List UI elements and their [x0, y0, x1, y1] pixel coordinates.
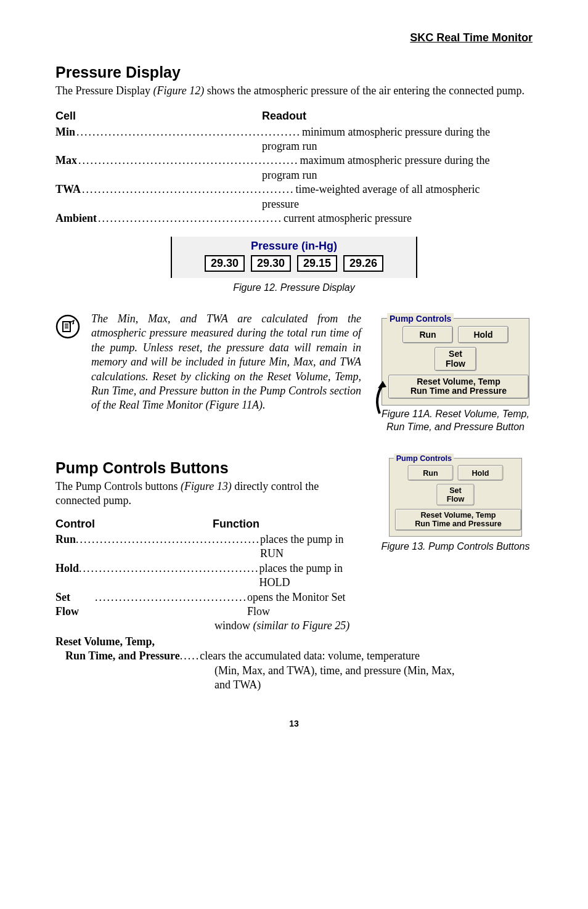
pump-controls-box-fig11a: Pump Controls Run Hold SetFlow Reset Vol… [382, 318, 529, 406]
run-button[interactable]: Run [402, 326, 453, 343]
ambient-label: Ambient [55, 211, 97, 226]
min-cont: program run [55, 139, 533, 153]
hold-ctl-label: Hold [55, 561, 79, 576]
fig11a-caption: Figure 11A. Reset Volume, Temp, Run Time… [378, 408, 533, 434]
header-readout: Readout [262, 109, 306, 123]
fig13-caption: Figure 13. Pump Controls Buttons [381, 540, 529, 553]
setflow-ctl-desc: opens the Monitor Set Flow [247, 590, 366, 619]
page-header: SKC Real Time Monitor [55, 31, 533, 45]
pressure-cell-twa: 29.15 [297, 255, 337, 272]
dots: ........................................… [75, 125, 302, 139]
dots: ........................................… [81, 182, 296, 197]
pressure-fig-title: Pressure (in-Hg) [178, 239, 410, 253]
run-ctl-label: Run [55, 532, 76, 547]
hold-button-2[interactable]: Hold [458, 465, 504, 481]
pressure-def-list: Min.....................................… [55, 125, 533, 226]
svg-point-0 [57, 316, 79, 338]
max-label: Max [55, 153, 77, 168]
run-button-2[interactable]: Run [408, 465, 454, 481]
intro-text-a: The Pressure Display [55, 84, 153, 97]
cell-readout-header: Cell Readout [55, 109, 533, 123]
note-icon [55, 314, 80, 339]
setflow2-l2: Flow [447, 494, 465, 503]
pointer-arrow-icon [370, 380, 401, 417]
set-flow-button[interactable]: SetFlow [435, 347, 476, 371]
hold-button[interactable]: Hold [458, 326, 508, 343]
reset-desc: clears the accumulated data: volume, tem… [200, 649, 420, 663]
s2-intro-figref: (Figure 13) [181, 480, 232, 492]
setflow-cont-b: (similar to Figure 25) [253, 619, 350, 632]
set-flow-button-2[interactable]: SetFlow [436, 484, 474, 506]
reset-dots: ..... [180, 649, 200, 663]
pressure-cell-max: 29.30 [251, 255, 291, 272]
twa-desc: time-weighted average of all atmospheric [296, 182, 533, 197]
reset2-l1: Reset Volume, Temp [420, 511, 496, 520]
pressure-figure: Pressure (in-Hg) 29.30 29.30 29.15 29.26 [171, 237, 417, 278]
setflow-cont: window (similar to Figure 25) [55, 619, 366, 633]
pressure-cell-min: 29.30 [205, 255, 245, 272]
pressure-cell-ambient: 29.26 [343, 255, 383, 272]
ambient-desc: current atmospheric pressure [284, 211, 533, 226]
pump-controls-intro: The Pump Controls buttons (Figure 13) di… [55, 479, 366, 508]
s2-intro-a: The Pump Controls buttons [55, 480, 181, 492]
reset-cont1: (Min, Max, and TWA), time, and pressure … [55, 664, 533, 678]
pump-legend: Pump Controls [387, 313, 454, 324]
setflow2-l1: Set [449, 486, 462, 494]
min-desc: minimum atmospheric pressure during the [302, 125, 533, 139]
dots: ...................................... [95, 590, 247, 605]
reset-cont2: and TWA) [55, 678, 533, 692]
svg-marker-5 [378, 381, 386, 388]
reset2-l2: Run Time and Pressure [415, 520, 502, 528]
hold-ctl-desc: places the pump in HOLD [259, 561, 366, 590]
twa-cont: pressure [55, 197, 533, 211]
control-function-header: Control Function [55, 517, 366, 531]
reset-l2: Run Time and Pressure [410, 386, 507, 396]
reset-button[interactable]: Reset Volume, TempRun Time and Pressure [388, 375, 529, 399]
dots: ........................................… [97, 211, 284, 226]
pressure-display-title: Pressure Display [55, 62, 533, 83]
setflow-l1: Set [449, 349, 462, 359]
twa-label: TWA [55, 182, 81, 197]
pump-controls-box-fig13: Pump Controls Run Hold SetFlow Reset Vol… [389, 458, 522, 537]
reset-volume-head: Reset Volume, Temp, [55, 635, 533, 649]
run-ctl-desc: places the pump in RUN [260, 532, 366, 561]
intro-text-c: shows the atmospheric pressure of the ai… [204, 84, 525, 97]
pump-controls-title: Pump Controls Buttons [55, 458, 366, 478]
header-cell: Cell [55, 109, 262, 123]
page-number: 13 [55, 718, 533, 729]
pump-legend-2: Pump Controls [394, 454, 454, 463]
note-text: The Min, Max, and TWA are calculated fro… [91, 312, 367, 413]
dots: ........................................… [76, 532, 260, 547]
dots: ........................................… [77, 153, 300, 168]
setflow-cont-a: window [214, 619, 253, 632]
max-cont: program run [55, 168, 533, 182]
intro-figref: (Figure 12) [153, 84, 204, 97]
reset-button-2[interactable]: Reset Volume, TempRun Time and Pressure [395, 509, 521, 531]
setflow-ctl-label: Set Flow [55, 590, 95, 619]
pressure-intro: The Pressure Display (Figure 12) shows t… [55, 84, 533, 98]
reset-l1: Reset Volume, Temp [417, 377, 500, 386]
note-block: The Min, Max, and TWA are calculated fro… [55, 312, 533, 433]
max-desc: maximum atmospheric pressure during the [300, 153, 533, 168]
header-control: Control [55, 517, 213, 531]
dots: ........................................… [79, 561, 259, 576]
reset-sub-label: Run Time, and Pressure [65, 649, 180, 663]
setflow-l2: Flow [446, 359, 465, 369]
fig12-caption: Figure 12. Pressure Display [55, 282, 533, 295]
min-label: Min [55, 125, 75, 139]
svg-rect-1 [63, 322, 70, 332]
header-function: Function [213, 517, 259, 531]
